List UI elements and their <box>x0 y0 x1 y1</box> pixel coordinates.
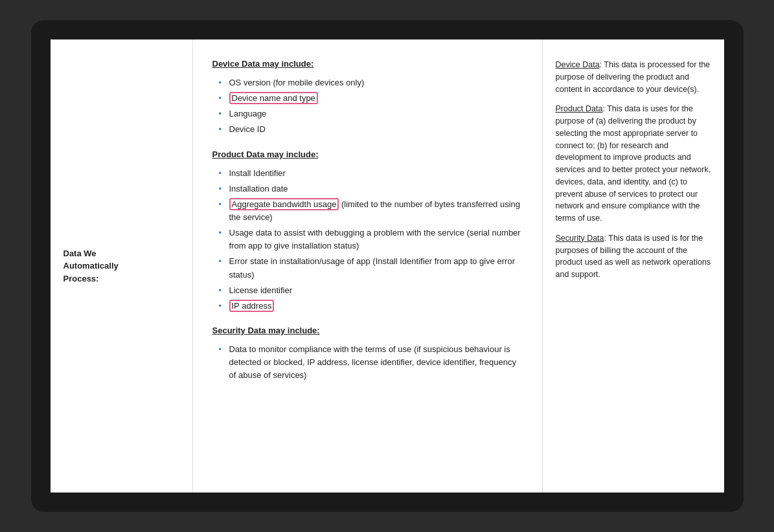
list-item: Aggregate bandwidth usage (limited to th… <box>219 198 523 224</box>
item-text: OS version (for mobile devices only) <box>229 78 365 87</box>
right-paragraph-product: Product Data: This data is uses for the … <box>556 103 711 225</box>
security-data-list: Data to monitor compliance with the term… <box>212 343 523 382</box>
list-item: Usage data to assist with debugging a pr… <box>219 227 523 252</box>
right-paragraph-device: Device Data: This data is processed for … <box>556 59 711 95</box>
list-item: Data to monitor compliance with the term… <box>219 343 523 382</box>
device-data-heading: Device Data may include: <box>212 59 523 69</box>
list-item: Language <box>219 107 523 120</box>
ip-address-highlight: IP address <box>229 300 275 312</box>
item-text: Installation date <box>229 184 288 194</box>
device-name-highlight: Device name and type <box>229 92 318 104</box>
device-data-list: OS version (for mobile devices only) Dev… <box>212 76 523 137</box>
list-item: IP address <box>219 300 523 313</box>
product-data-term: Product Data <box>556 104 603 113</box>
bandwidth-highlight: Aggregate bandwidth usage <box>229 198 339 210</box>
list-item: OS version (for mobile devices only) <box>219 76 523 89</box>
list-item: Error state in installation/usage of app… <box>219 255 523 281</box>
list-item: Installation date <box>219 183 523 195</box>
outer-container: Data WeAutomaticallyProcess: Device Data… <box>31 20 744 512</box>
security-data-heading: Security Data may include: <box>212 326 523 335</box>
section-label: Data WeAutomaticallyProcess: <box>63 247 119 285</box>
product-data-text: : This data is uses for the purpose of (… <box>556 104 711 223</box>
security-data-term: Security Data <box>556 234 604 243</box>
list-item: Install Identifier <box>219 167 523 180</box>
item-text: Device ID <box>229 124 266 134</box>
device-data-term: Device Data <box>556 60 600 69</box>
left-column: Data WeAutomaticallyProcess: <box>51 39 193 493</box>
right-column: Device Data: This data is processed for … <box>543 39 724 493</box>
product-data-heading: Product Data may include: <box>212 150 523 159</box>
item-text: License identifier <box>229 285 293 295</box>
item-text: Language <box>229 109 267 118</box>
right-paragraph-security: Security Data: This data is used is for … <box>556 232 711 281</box>
document: Data WeAutomaticallyProcess: Device Data… <box>51 39 724 493</box>
item-text: Usage data to assist with debugging a pr… <box>229 228 521 250</box>
item-text: Error state in installation/usage of app… <box>229 256 516 279</box>
list-item: Device name and type <box>219 92 523 105</box>
item-text: Install Identifier <box>229 168 286 178</box>
item-text: Data to monitor compliance with the term… <box>229 344 516 380</box>
main-column: Device Data may include: OS version (for… <box>193 39 543 493</box>
product-data-list: Install Identifier Installation date Agg… <box>212 167 523 313</box>
list-item: Device ID <box>219 123 523 136</box>
list-item: License identifier <box>219 284 523 297</box>
